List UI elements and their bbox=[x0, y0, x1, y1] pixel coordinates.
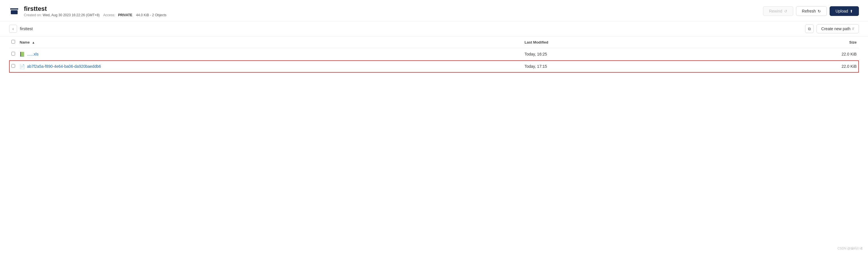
select-all-checkbox[interactable] bbox=[11, 40, 15, 44]
row-size-cell: 22.0 KiB bbox=[733, 60, 859, 73]
header-actions: Rewind ↺ Refresh ↻ Upload ⬆ bbox=[763, 6, 859, 16]
file-table-container: Name ▲ Last Modified Size 📗︎...︎...xlsTo… bbox=[0, 36, 868, 73]
row-modified-cell: Today, 16:25 bbox=[522, 48, 733, 60]
select-all-col bbox=[9, 36, 17, 48]
svg-rect-3 bbox=[11, 9, 18, 9]
rewind-icon: ↺ bbox=[784, 9, 787, 13]
table-row[interactable]: 📄ab7f2a5a-f890-4e64-ba06-da920baeddb6Tod… bbox=[9, 60, 859, 73]
created-label: Created on: bbox=[24, 13, 42, 17]
row-checkbox-cell bbox=[9, 60, 17, 73]
sort-icon: ▲ bbox=[32, 41, 35, 44]
generic-file-icon: 📄 bbox=[20, 64, 25, 69]
file-table: Name ▲ Last Modified Size 📗︎...︎...xlsTo… bbox=[9, 36, 859, 73]
file-name: ︎...︎...xls bbox=[27, 52, 38, 56]
back-button[interactable]: ‹ bbox=[9, 25, 17, 33]
bucket-title: firsttest bbox=[24, 5, 166, 12]
excel-file-icon: 📗 bbox=[20, 52, 25, 57]
table-row[interactable]: 📗︎...︎...xlsToday, 16:2522.0 KiB bbox=[9, 48, 859, 60]
rewind-button[interactable]: Rewind ↺ bbox=[763, 6, 793, 16]
table-header-row: Name ▲ Last Modified Size bbox=[9, 36, 859, 48]
refresh-label: Refresh bbox=[802, 9, 816, 13]
created-value: Wed, Aug 30 2023 16:22:26 (GMT+8) bbox=[43, 13, 99, 17]
row-checkbox[interactable] bbox=[11, 52, 15, 56]
back-icon: ‹ bbox=[12, 27, 14, 31]
create-path-label: Create new path bbox=[822, 27, 851, 31]
rewind-label: Rewind bbox=[769, 9, 782, 13]
svg-rect-1 bbox=[11, 10, 18, 14]
col-header-name[interactable]: Name ▲ bbox=[17, 36, 522, 48]
upload-label: Upload bbox=[836, 9, 848, 13]
bucket-icon bbox=[9, 6, 19, 16]
refresh-icon: ↻ bbox=[818, 9, 821, 13]
row-modified-cell: Today, 17:15 bbox=[522, 60, 733, 73]
copy-path-button[interactable]: ⧉ bbox=[805, 25, 814, 33]
page-header: firsttest Created on: Wed, Aug 30 2023 1… bbox=[0, 0, 868, 21]
row-name-cell: 📄ab7f2a5a-f890-4e64-ba06-da920baeddb6 bbox=[17, 60, 522, 73]
upload-icon: ⬆ bbox=[850, 9, 853, 13]
header-info: firsttest Created on: Wed, Aug 30 2023 1… bbox=[24, 5, 166, 17]
refresh-button[interactable]: Refresh ↻ bbox=[796, 6, 827, 16]
copy-icon: ⧉ bbox=[808, 27, 811, 31]
upload-button[interactable]: Upload ⬆ bbox=[830, 6, 859, 16]
stats: 44.0 KiB - 2 Objects bbox=[136, 13, 167, 17]
row-size-cell: 22.0 KiB bbox=[733, 48, 859, 60]
col-header-size: Size bbox=[733, 36, 859, 48]
current-path: firsttest bbox=[20, 27, 802, 31]
create-path-button[interactable]: Create new path // bbox=[816, 24, 859, 33]
file-name: ab7f2a5a-f890-4e64-ba06-da920baeddb6 bbox=[27, 64, 101, 68]
create-path-icon: // bbox=[852, 27, 854, 31]
access-label: Access: bbox=[103, 13, 115, 17]
path-bar: ‹ firsttest ⧉ Create new path // bbox=[0, 21, 868, 36]
header-meta: Created on: Wed, Aug 30 2023 16:22:26 (G… bbox=[24, 13, 166, 17]
header-left: firsttest Created on: Wed, Aug 30 2023 1… bbox=[9, 5, 166, 17]
row-name-cell: 📗︎...︎...xls bbox=[17, 48, 522, 60]
access-value: PRIVATE bbox=[118, 13, 132, 17]
row-checkbox[interactable] bbox=[11, 64, 15, 68]
col-header-modified: Last Modified bbox=[522, 36, 733, 48]
row-checkbox-cell bbox=[9, 48, 17, 60]
